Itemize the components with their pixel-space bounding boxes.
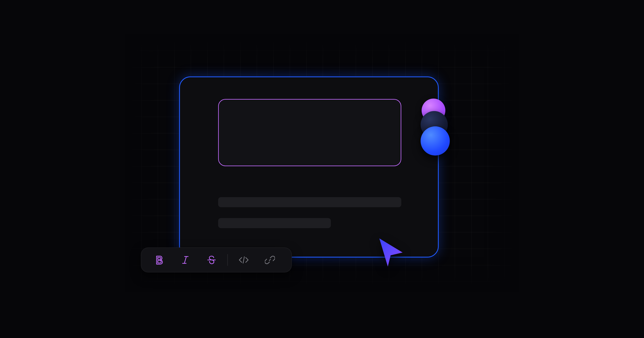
strikethrough-button[interactable]: [200, 251, 222, 269]
toolbar-divider: [228, 254, 228, 266]
placeholder-line: [218, 197, 401, 207]
cursor-icon: [372, 234, 408, 270]
editor-canvas[interactable]: [179, 76, 439, 258]
strikethrough-icon: [207, 255, 216, 264]
italic-icon: [181, 255, 190, 264]
svg-line-4: [243, 257, 244, 263]
formatting-toolbar: [141, 248, 292, 272]
stage: [0, 0, 644, 338]
svg-line-2: [184, 256, 186, 263]
color-swatch-stack: [420, 98, 451, 155]
code-button[interactable]: [233, 251, 255, 269]
color-swatch-blue[interactable]: [420, 126, 450, 156]
placeholder-line: [218, 218, 331, 228]
link-button[interactable]: [259, 251, 281, 269]
italic-button[interactable]: [174, 251, 196, 269]
link-icon: [265, 255, 275, 265]
bold-icon: [155, 255, 164, 264]
code-icon: [238, 256, 249, 264]
selected-block[interactable]: [218, 99, 401, 166]
bold-button[interactable]: [148, 251, 170, 269]
